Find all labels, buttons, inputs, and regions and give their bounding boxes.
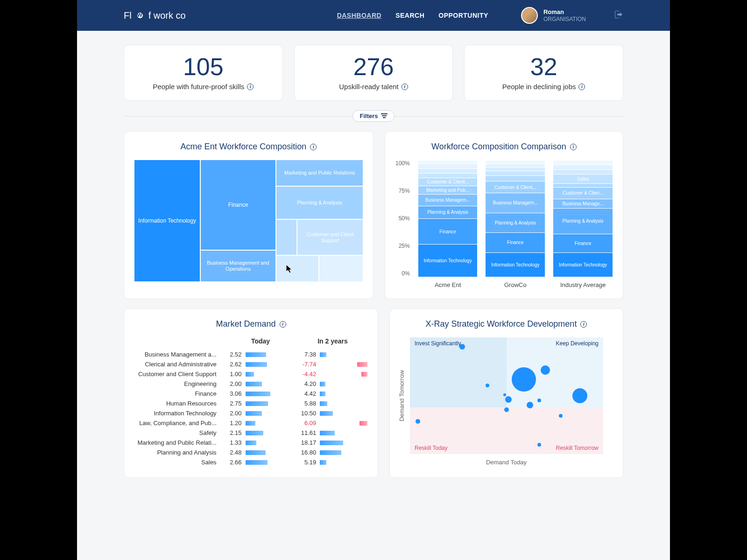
category: Human Resources bbox=[134, 400, 223, 407]
category: Sales bbox=[134, 459, 223, 466]
treemap-cell-pa[interactable]: Planning & Analysis bbox=[276, 187, 363, 219]
filters-button[interactable]: Filters bbox=[352, 110, 394, 122]
table-row: Information Technology2.0010.50 bbox=[134, 408, 367, 418]
user-info: Roman ORGANISATION bbox=[543, 8, 586, 22]
bubble[interactable] bbox=[537, 399, 541, 402]
panel-xray: X-Ray Strategic Workforce Development i … bbox=[389, 308, 623, 478]
today-bar bbox=[242, 362, 293, 367]
stat-future-proof: 105 People with future-proof skills i bbox=[124, 45, 283, 101]
svg-rect-0 bbox=[381, 113, 388, 114]
treemap-cell-small-2[interactable] bbox=[276, 256, 318, 281]
future-value: 4.42 bbox=[293, 390, 316, 397]
seg bbox=[418, 164, 478, 168]
future-value: 4.20 bbox=[293, 380, 316, 387]
bubble[interactable] bbox=[503, 393, 506, 396]
user-org: ORGANISATION bbox=[543, 16, 586, 22]
treemap-cell-finance[interactable]: Finance bbox=[201, 160, 275, 250]
future-bar bbox=[316, 401, 367, 406]
col-today: Today bbox=[223, 337, 298, 345]
y-axis-label: Demand Tomorrow bbox=[398, 370, 405, 421]
today-value: 2.15 bbox=[223, 429, 242, 436]
treemap-cell-mpr[interactable]: Marketing and Public Relations bbox=[276, 160, 363, 186]
info-icon[interactable]: i bbox=[310, 144, 317, 150]
seg bbox=[553, 183, 613, 187]
future-bar bbox=[316, 352, 367, 357]
today-value: 1.33 bbox=[223, 439, 242, 446]
table-row: Business Management a...2.527.38 bbox=[134, 350, 367, 359]
logout-icon[interactable] bbox=[614, 10, 623, 21]
market-demand-table: Today In 2 years Business Management a..… bbox=[134, 337, 367, 467]
bubble[interactable] bbox=[504, 407, 509, 412]
bubble[interactable] bbox=[527, 402, 533, 408]
future-value: 7.38 bbox=[293, 351, 316, 358]
nav-dashboard[interactable]: DASHBOARD bbox=[337, 12, 382, 19]
info-icon[interactable]: i bbox=[280, 321, 286, 328]
treemap-cell-small-3[interactable] bbox=[319, 256, 363, 281]
today-bar bbox=[242, 401, 293, 406]
seg bbox=[486, 167, 545, 171]
today-bar bbox=[242, 352, 293, 357]
today-bar bbox=[242, 392, 293, 396]
category: Information Technology bbox=[134, 410, 223, 417]
future-value: -4.42 bbox=[293, 371, 316, 378]
bubble[interactable] bbox=[486, 384, 489, 387]
info-icon[interactable]: i bbox=[247, 84, 254, 90]
bar-growco[interactable]: Information Technology Finance Planning … bbox=[486, 160, 545, 288]
col-future: In 2 years bbox=[298, 337, 367, 345]
today-value: 2.52 bbox=[223, 351, 242, 358]
bubble[interactable] bbox=[459, 344, 465, 350]
info-icon[interactable]: i bbox=[402, 84, 408, 90]
future-value: 18.17 bbox=[293, 439, 316, 446]
info-icon[interactable]: i bbox=[570, 144, 577, 150]
future-value: 16.80 bbox=[293, 449, 316, 456]
seg bbox=[418, 173, 478, 178]
info-icon[interactable]: i bbox=[580, 321, 587, 328]
stat-value: 32 bbox=[474, 55, 613, 79]
bar-industry[interactable]: Information Technology Finance Planning … bbox=[553, 160, 613, 288]
bubble[interactable] bbox=[512, 367, 536, 392]
quadrant-reskill-today: Reskill Today bbox=[410, 407, 507, 454]
topbar: Flf work co DASHBOARD SEARCH OPPORTUNITY… bbox=[77, 0, 670, 31]
bubble[interactable] bbox=[559, 414, 563, 418]
bar-acme[interactable]: Information Technology Finance Planning … bbox=[418, 160, 478, 288]
info-icon[interactable]: i bbox=[578, 84, 585, 90]
treemap-cell-small-1[interactable] bbox=[276, 220, 296, 255]
stat-value: 105 bbox=[134, 55, 273, 79]
seg bbox=[486, 171, 545, 175]
future-bar bbox=[316, 450, 367, 455]
table-row: Planning and Analysis2.4816.80 bbox=[134, 448, 367, 457]
treemap-cell-bmo[interactable]: Business Management and Operations bbox=[201, 251, 275, 281]
today-bar bbox=[242, 460, 293, 465]
filter-icon bbox=[381, 113, 388, 119]
today-value: 1.20 bbox=[223, 420, 242, 427]
nav-search[interactable]: SEARCH bbox=[395, 12, 424, 19]
bar-label: GrowCo bbox=[486, 281, 545, 288]
future-value: 5.88 bbox=[293, 400, 316, 407]
seg bbox=[486, 160, 545, 164]
bubble[interactable] bbox=[572, 388, 587, 403]
future-bar bbox=[316, 431, 367, 435]
panel-title: Market Demand bbox=[216, 319, 275, 329]
bubble[interactable] bbox=[505, 396, 512, 403]
y-axis: 100% 75% 50% 25% 0% bbox=[395, 160, 414, 277]
treemap-cell-ccs[interactable]: Customer and Client Support bbox=[297, 220, 363, 255]
bubble[interactable] bbox=[416, 419, 420, 424]
table-row: Human Resources2.755.88 bbox=[134, 399, 367, 408]
seg: Information Technology bbox=[486, 252, 545, 277]
bubble[interactable] bbox=[541, 365, 550, 375]
treemap-cell-it[interactable]: Information Technology bbox=[134, 160, 200, 281]
panel-title: Acme Ent Workforce Composition bbox=[181, 142, 307, 152]
seg: Finance bbox=[553, 234, 613, 252]
user-block[interactable]: Roman ORGANISATION bbox=[521, 7, 586, 24]
today-value: 2.00 bbox=[223, 380, 242, 387]
future-bar bbox=[316, 372, 367, 377]
stat-label: People with future-proof skills bbox=[153, 83, 244, 91]
svg-rect-2 bbox=[383, 117, 386, 118]
today-value: 2.75 bbox=[223, 400, 242, 407]
category: Planning and Analysis bbox=[134, 449, 223, 456]
nav-opportunity[interactable]: OPPORTUNITY bbox=[438, 12, 488, 19]
bubble[interactable] bbox=[537, 443, 541, 447]
today-value: 1.00 bbox=[223, 371, 242, 378]
future-bar bbox=[316, 382, 367, 386]
seg: Business Manage... bbox=[553, 199, 613, 208]
